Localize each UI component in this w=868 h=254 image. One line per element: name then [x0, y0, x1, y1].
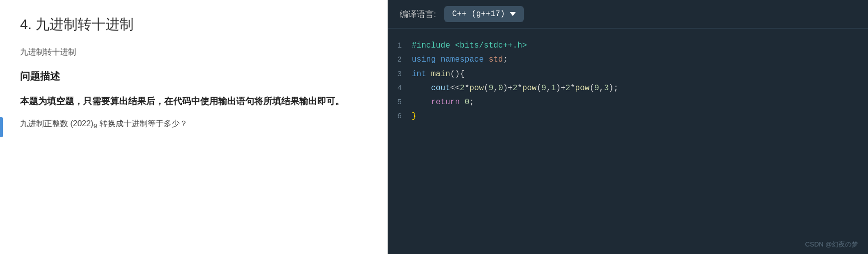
code-editor[interactable]: 1 #include <bits/stdc++.h> 2 using names… [388, 29, 868, 254]
toolbar: 编译语言: C++ (g++17) [388, 0, 868, 29]
line-number-5: 5 [388, 96, 412, 109]
line-content-5: return 0; [412, 95, 474, 109]
watermark: CSDN @幻夜の梦 [805, 240, 858, 249]
line-number-3: 3 [388, 68, 412, 81]
line-number-4: 4 [388, 82, 412, 95]
code-line-6: 6 } [388, 109, 868, 123]
lang-selector[interactable]: C++ (g++17) [444, 6, 524, 22]
code-line-5: 5 return 0; [388, 95, 868, 109]
right-panel: 编译语言: C++ (g++17) 1 #include <bits/stdc+… [388, 0, 868, 254]
line-content-1: #include <bits/stdc++.h> [412, 39, 527, 53]
line-content-2: using namespace std; [412, 53, 508, 67]
question-subscript: 9 [94, 119, 97, 128]
problem-body-bold: 本题为填空题，只需要算出结果后，在代码中使用输出语句将所填结果输出即可。 [20, 94, 367, 109]
left-accent-bar [0, 117, 3, 137]
line-number-6: 6 [388, 110, 412, 123]
toolbar-label: 编译语言: [400, 9, 436, 20]
line-number-2: 2 [388, 54, 412, 67]
code-line-1: 1 #include <bits/stdc++.h> [388, 39, 868, 53]
code-line-2: 2 using namespace std; [388, 53, 868, 67]
question-prefix: 九进制正整数 (2022) [20, 119, 94, 128]
problem-title: 4. 九进制转十进制 [20, 15, 367, 34]
problem-subtitle: 九进制转十进制 [20, 47, 367, 58]
line-number-1: 1 [388, 40, 412, 53]
problem-question: 九进制正整数 (2022)9 转换成十进制等于多少？ [20, 117, 367, 132]
line-content-6: } [412, 109, 417, 123]
left-panel: 4. 九进制转十进制 九进制转十进制 问题描述 本题为填空题，只需要算出结果后，… [0, 0, 388, 254]
chevron-down-icon [510, 12, 516, 16]
line-content-3: int main(){ [412, 67, 465, 81]
question-suffix: 转换成十进制等于多少？ [97, 119, 187, 128]
section-heading: 问题描述 [20, 70, 367, 83]
lang-selector-text: C++ (g++17) [452, 10, 505, 19]
code-line-4: 4 cout<<2*pow(9,0)+2*pow(9,1)+2*pow(9,3)… [388, 81, 868, 95]
line-content-4: cout<<2*pow(9,0)+2*pow(9,1)+2*pow(9,3); [412, 81, 618, 95]
code-line-3: 3 int main(){ [388, 67, 868, 81]
